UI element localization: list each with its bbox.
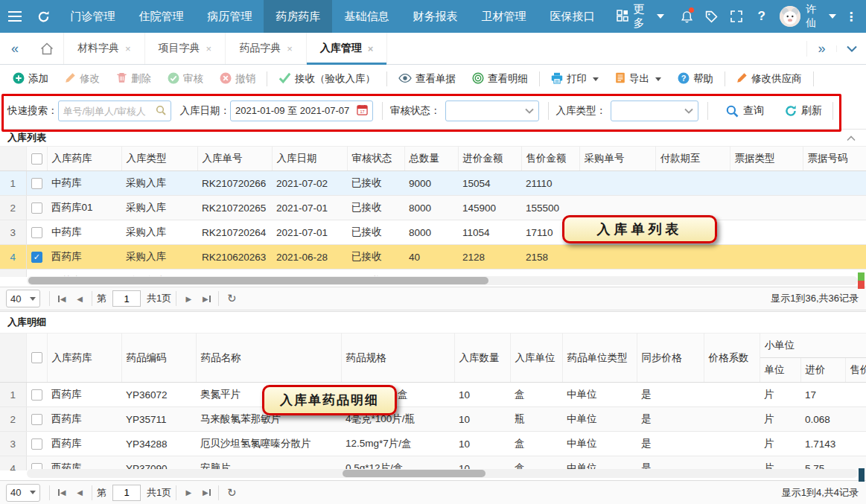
search-icon[interactable] (156, 105, 166, 118)
column-header[interactable]: 药品规格 (341, 334, 454, 383)
column-header[interactable]: 药品单位类型 (562, 334, 637, 383)
reload-icon[interactable]: ↻ (222, 292, 241, 305)
table-row[interactable]: 2西药库01采购入库RK2107202652021-07-01已接收800014… (0, 196, 866, 220)
column-header[interactable]: 进价金额 (458, 147, 521, 171)
page-number-input[interactable] (112, 290, 141, 307)
tabs-scroll-left-icon[interactable]: « (0, 33, 30, 64)
table-row[interactable]: 3中药库采购入库RK2107202642021-07-01已接收80001105… (0, 220, 866, 245)
first-page-button[interactable]: ◀ (53, 290, 71, 307)
scrollbar-thumb[interactable] (28, 277, 488, 284)
toolbar-button-1[interactable]: 添加 (4, 68, 57, 89)
toolbar-button-7[interactable]: 查看单据 (390, 68, 464, 89)
scrollbar-thumb[interactable] (343, 470, 485, 477)
row-checkbox[interactable] (31, 178, 42, 189)
inbound-type-select[interactable] (611, 101, 698, 121)
close-tab-icon[interactable]: × (125, 43, 131, 54)
close-tab-icon[interactable]: × (206, 43, 212, 54)
horizontal-scrollbar[interactable] (27, 469, 858, 478)
menu-item-4[interactable]: 药房药库 (264, 0, 332, 33)
column-header[interactable]: 售价 (845, 358, 866, 383)
page-number-input[interactable] (112, 485, 141, 501)
tab-4[interactable]: 入库管理× (307, 33, 388, 64)
prev-page-button[interactable]: ◀ (71, 290, 89, 307)
menu-item-7[interactable]: 卫材管理 (469, 0, 538, 33)
row-checkbox[interactable] (31, 202, 42, 214)
row-checkbox[interactable] (31, 389, 42, 401)
tab-2[interactable]: 项目字典× (145, 33, 226, 64)
toolbar-button-4[interactable]: 审核 (159, 68, 211, 89)
column-header[interactable]: 采购单号 (579, 147, 655, 171)
row-checkbox[interactable] (31, 438, 42, 450)
tab-3[interactable]: 药品字典× (226, 33, 307, 64)
table-row[interactable]: 3西药库YP34288厄贝沙坦氢氯噻嗪分散片12.5mg*7片/盒10盒中单位是… (0, 432, 866, 456)
column-header[interactable]: 药品编码 (121, 334, 196, 383)
row-checkbox[interactable] (31, 252, 42, 263)
sidebar-toggle-icon[interactable] (0, 0, 29, 33)
fullscreen-icon[interactable] (725, 0, 749, 33)
toolbar-button-8[interactable]: 查看明细 (464, 68, 536, 89)
toolbar-button-6[interactable]: 接收（验收入库） (270, 68, 383, 89)
horizontal-scrollbar[interactable] (27, 276, 858, 285)
last-page-button[interactable]: ▶ (197, 484, 215, 502)
audit-status-select[interactable] (445, 101, 539, 121)
column-header[interactable]: 入库类型 (121, 147, 197, 171)
tab-1[interactable]: 材料字典× (64, 33, 145, 64)
column-header[interactable]: 审核状态 (347, 147, 404, 171)
quick-search-input[interactable] (63, 106, 156, 117)
page-size-select[interactable]: 40 (6, 484, 40, 502)
user-menu[interactable]: 许仙 (806, 3, 841, 30)
toolbar-button-10[interactable]: 导出 (607, 68, 669, 89)
column-header[interactable]: 入库药库 (47, 334, 121, 383)
kebab-menu-icon[interactable]: ⋮ (841, 10, 866, 24)
table-row[interactable]: 4西药库采购入库RK2106202632021-06-28已接收40212821… (0, 245, 866, 269)
column-header[interactable]: 入库药库 (47, 147, 121, 171)
next-page-button[interactable]: ▶ (179, 290, 197, 307)
column-header[interactable]: 入库日期 (272, 147, 347, 171)
select-all-checkbox[interactable] (31, 352, 42, 363)
calendar-icon[interactable]: 17 (357, 104, 368, 118)
refresh-button[interactable]: 刷新 (785, 104, 822, 118)
refresh-icon[interactable] (29, 0, 58, 33)
reload-icon[interactable]: ↻ (222, 486, 241, 500)
column-header[interactable]: 价格系数 (704, 334, 760, 383)
column-header[interactable]: 总数量 (404, 147, 458, 171)
row-checkbox[interactable] (31, 227, 42, 238)
menu-item-1[interactable]: 门诊管理 (58, 0, 127, 33)
menu-item-6[interactable]: 财务报表 (401, 0, 469, 33)
toolbar-button-3[interactable]: 删除 (108, 68, 159, 89)
toolbar-button-12[interactable]: 修改供应商 (728, 68, 810, 89)
column-header[interactable]: 票据类型 (730, 147, 803, 171)
column-header[interactable]: 售价金额 (521, 147, 579, 171)
toolbar-button-2[interactable]: 修改 (57, 68, 108, 89)
column-header[interactable]: 入库单位 (510, 334, 562, 383)
tabs-scroll-right-icon[interactable]: » (806, 41, 836, 57)
menu-item-5[interactable]: 基础信息 (332, 0, 401, 33)
prev-page-button[interactable]: ◀ (71, 484, 89, 502)
date-range-input[interactable] (235, 106, 357, 117)
tabs-list-icon[interactable] (836, 45, 866, 52)
column-header[interactable]: 付款期至 (655, 147, 730, 171)
toolbar-button-5[interactable]: 撤销 (211, 68, 264, 89)
query-button[interactable]: 查询 (726, 104, 764, 118)
column-header[interactable]: 单位 (760, 358, 800, 383)
collapse-panel-icon[interactable] (847, 133, 856, 144)
first-page-button[interactable]: ◀ (53, 484, 71, 502)
toolbar-button-9[interactable]: 打印 (543, 68, 607, 89)
column-header[interactable]: 进价 (800, 358, 845, 383)
select-all-checkbox[interactable] (31, 153, 42, 165)
menu-item-3[interactable]: 病历管理 (195, 0, 264, 33)
close-tab-icon[interactable]: × (287, 43, 293, 54)
column-header[interactable]: 入库数量 (454, 334, 510, 383)
avatar[interactable] (780, 6, 800, 27)
page-size-select[interactable]: 40 (6, 290, 40, 307)
table-row[interactable]: 1中药库采购入库RK2107202662021-07-02已接收90001505… (0, 171, 866, 196)
table-row[interactable]: 1西药库YP36072奥氮平片盒10盒中单位是片17 (0, 383, 866, 407)
notifications-bell-icon[interactable] (675, 0, 699, 33)
close-tab-icon[interactable]: × (368, 43, 374, 54)
table-row[interactable]: 2西药库YP35711马来酸氯苯那敏片4毫克*100片/瓶10瓶中单位是片0.0… (0, 407, 866, 432)
toolbar-button-11[interactable]: ?帮助 (669, 68, 722, 89)
column-header[interactable]: 药品名称 (196, 334, 341, 383)
menu-item-2[interactable]: 住院管理 (127, 0, 195, 33)
menu-item-8[interactable]: 医保接口 (538, 0, 606, 33)
last-page-button[interactable]: ▶ (197, 290, 215, 307)
